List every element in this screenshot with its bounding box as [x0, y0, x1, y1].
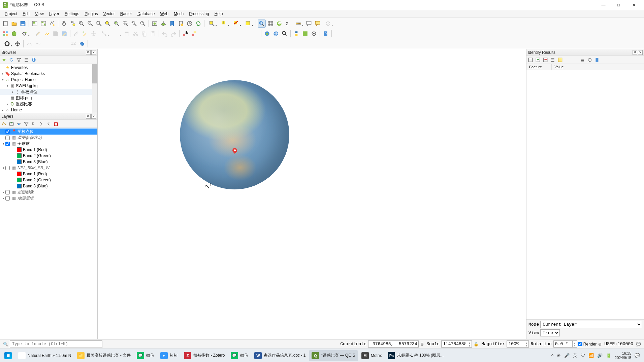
- menu-plugins[interactable]: Plugins: [82, 11, 100, 17]
- browser-item[interactable]: ★Favorites: [0, 65, 97, 71]
- current-edits-button[interactable]: [60, 30, 68, 38]
- refresh-button[interactable]: [194, 20, 202, 28]
- layer-visibility-checkbox[interactable]: [5, 130, 10, 134]
- tray-battery-icon[interactable]: 🔋: [606, 353, 611, 358]
- layer-item[interactable]: Band 2 (Green): [0, 153, 97, 159]
- browser-item[interactable]: ▾▣SWFU.gpkg: [0, 83, 97, 89]
- manage-themes-icon[interactable]: [15, 120, 22, 127]
- menu-raster[interactable]: Raster: [118, 11, 135, 17]
- menu-project[interactable]: Project: [2, 11, 20, 17]
- new-shapefile-button[interactable]: [19, 30, 30, 38]
- menu-vector[interactable]: Vector: [101, 11, 118, 17]
- close-button[interactable]: ✕: [626, 0, 641, 10]
- map-tips-button[interactable]: [305, 20, 313, 28]
- add-layer-icon[interactable]: [1, 57, 7, 63]
- panel-popout-button[interactable]: ⧉: [633, 50, 637, 55]
- menu-edit[interactable]: Edit: [20, 11, 32, 17]
- browser-item[interactable]: ▸⌂Home: [0, 107, 97, 113]
- identify-expand-icon[interactable]: [527, 57, 534, 63]
- layer-visibility-checkbox[interactable]: [5, 196, 10, 201]
- taskbar-word[interactable]: W参选作品信息表.doc - 1: [252, 350, 308, 361]
- new-print-layout-button[interactable]: [31, 20, 39, 28]
- open-project-button[interactable]: [10, 20, 18, 28]
- filter-icon[interactable]: [15, 57, 22, 63]
- taskbar-wechat2[interactable]: 💬微信: [228, 350, 251, 361]
- plugin-hcmgis-button[interactable]: [263, 30, 271, 38]
- select-by-freehand-button[interactable]: [78, 40, 86, 48]
- layer-item[interactable]: ▸▦地形晕渲: [0, 195, 97, 201]
- layer-visibility-checkbox[interactable]: [5, 142, 10, 146]
- zoom-in-button[interactable]: [77, 20, 86, 28]
- save-project-button[interactable]: [19, 20, 27, 28]
- plugin-globe-button[interactable]: [272, 30, 280, 38]
- zoom-out-button[interactable]: [86, 20, 94, 28]
- pan-to-selection-button[interactable]: [69, 20, 77, 28]
- help-button[interactable]: ?: [322, 30, 330, 38]
- collapse-all-icon[interactable]: [45, 120, 52, 127]
- identify-help-icon[interactable]: [594, 57, 601, 63]
- menu-layer[interactable]: Layer: [46, 11, 62, 17]
- rotation-input[interactable]: ▴▾: [553, 340, 577, 348]
- attribute-table-button[interactable]: [266, 20, 275, 28]
- layer-item[interactable]: Band 3 (Blue): [0, 183, 97, 189]
- identify-expand-new-icon[interactable]: +: [535, 57, 541, 63]
- tray-ime-icon[interactable]: 英: [573, 353, 577, 359]
- scale-input[interactable]: ▴▾: [441, 340, 472, 348]
- taskbar-zotero[interactable]: Z植被指数 - Zotero: [181, 350, 227, 361]
- identify-col-feature[interactable]: Feature: [526, 64, 552, 70]
- identify-col-value[interactable]: Value: [552, 64, 644, 70]
- zoom-native-button[interactable]: 1:1: [121, 20, 129, 28]
- tray-mic-icon[interactable]: 🎤: [564, 353, 570, 358]
- magnifier-input[interactable]: ▴▾: [507, 340, 529, 348]
- zoom-last-button[interactable]: [130, 20, 138, 28]
- zoom-full-button[interactable]: [95, 20, 103, 28]
- taskbar-start[interactable]: ⊞: [1, 350, 15, 361]
- browser-item[interactable]: ▸⋮学校点位: [0, 89, 97, 95]
- layer-item[interactable]: ▦星图影像注记: [0, 135, 97, 141]
- menu-mesh[interactable]: Mesh: [171, 11, 186, 17]
- crs-button[interactable]: USER:100000: [603, 341, 634, 347]
- layer-item[interactable]: Band 2 (Green): [0, 177, 97, 183]
- measure-button[interactable]: [293, 20, 304, 28]
- snap-crosshair-button[interactable]: [13, 40, 22, 48]
- layer-item[interactable]: Band 3 (Blue): [0, 159, 97, 165]
- browser-item[interactable]: ▸Q遥感比赛: [0, 101, 97, 107]
- annotation-button[interactable]: [314, 20, 322, 28]
- plugin-processing-button[interactable]: [310, 30, 318, 38]
- add-group-icon[interactable]: [8, 120, 15, 127]
- menu-help[interactable]: Help: [212, 11, 226, 17]
- tray-clock[interactable]: 16:152024/9/15: [615, 351, 631, 359]
- crs-icon[interactable]: ⊕: [597, 342, 603, 347]
- identify-print-icon[interactable]: [579, 57, 586, 63]
- collapse-all-icon[interactable]: [23, 57, 30, 63]
- taskbar-wechat[interactable]: 💬微信: [134, 350, 157, 361]
- identify-settings-icon[interactable]: [586, 57, 593, 63]
- refresh-icon[interactable]: [8, 57, 15, 63]
- panel-close-button[interactable]: ✕: [91, 114, 96, 119]
- layout-manager-button[interactable]: [39, 20, 47, 28]
- zoom-to-layer-button[interactable]: [112, 20, 121, 28]
- style-manager-button[interactable]: [48, 20, 56, 28]
- taskbar-motrix[interactable]: MMotrix: [359, 350, 385, 361]
- taskbar-qgis[interactable]: Q*遥感比赛 — QGIS: [309, 350, 358, 361]
- select-by-value-button[interactable]: ε: [218, 20, 230, 28]
- coordinate-input[interactable]: [368, 340, 419, 348]
- browser-tree[interactable]: ★Favorites▸🔖Spatial Bookmarks▾⌂Project H…: [0, 64, 97, 113]
- layer-visibility-checkbox[interactable]: [5, 166, 10, 170]
- taskbar-ps[interactable]: Ps未标题-1 @ 100% (图层...: [385, 350, 446, 361]
- select-all-button[interactable]: [243, 20, 254, 28]
- layers-tree[interactable]: 📍学校点位▦星图影像注记▾▦全球球Band 1 (Red)Band 2 (Gre…: [0, 128, 97, 339]
- panel-popout-button[interactable]: ⧉: [86, 50, 91, 55]
- python-console-button[interactable]: [292, 30, 300, 38]
- tray-chevron-icon[interactable]: ^: [551, 353, 553, 358]
- scale-lock-icon[interactable]: 🔒: [473, 342, 480, 347]
- tray-volume-icon[interactable]: 🔊: [597, 353, 603, 358]
- layer-visibility-checkbox[interactable]: [5, 190, 10, 194]
- zoom-next-button[interactable]: [139, 20, 147, 28]
- panel-popout-button[interactable]: ⧉: [86, 114, 91, 119]
- identify-copy-icon[interactable]: [572, 57, 578, 63]
- snapping-toggle-button[interactable]: [1, 40, 13, 48]
- data-source-manager-button[interactable]: [1, 30, 9, 38]
- remove-layer-icon[interactable]: [53, 120, 59, 127]
- layer-visibility-checkbox[interactable]: [5, 136, 10, 140]
